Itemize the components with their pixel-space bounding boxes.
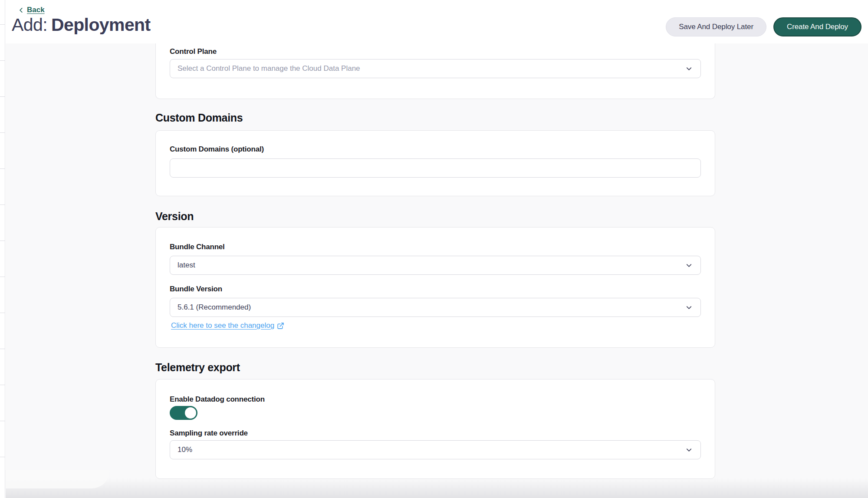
- control-plane-card: Control Plane Select a Control Plane to …: [155, 43, 715, 99]
- chevron-down-icon: [685, 303, 693, 312]
- changelog-link[interactable]: Click here to see the changelog: [171, 321, 284, 330]
- custom-domains-label: Custom Domains (optional): [170, 145, 701, 154]
- control-plane-label: Control Plane: [170, 47, 701, 56]
- form-content-area: Control Plane Select a Control Plane to …: [6, 43, 868, 498]
- control-plane-select[interactable]: Select a Control Plane to manage the Clo…: [170, 59, 701, 78]
- sampling-rate-value: 10%: [178, 445, 192, 454]
- bundle-version-select[interactable]: 5.6.1 (Recommended): [170, 298, 701, 317]
- chevron-left-icon: [18, 7, 24, 13]
- chevron-down-icon: [685, 65, 693, 73]
- chevron-down-icon: [685, 261, 693, 270]
- page-header: Back Add:Deployment Save And Deploy Late…: [6, 0, 868, 43]
- custom-domains-section-heading: Custom Domains: [155, 111, 715, 124]
- custom-domains-card: Custom Domains (optional): [155, 130, 715, 196]
- back-link[interactable]: Back: [18, 6, 45, 14]
- bundle-channel-select[interactable]: latest: [170, 256, 701, 275]
- enable-datadog-toggle[interactable]: [170, 406, 197, 420]
- add-deployment-page: Back Add:Deployment Save And Deploy Late…: [0, 0, 868, 498]
- collapsed-sidebar-strip: [0, 0, 5, 498]
- bottom-scroll-shadow: [6, 478, 868, 498]
- sampling-rate-select[interactable]: 10%: [170, 440, 701, 459]
- page-title: Add:Deployment: [12, 15, 151, 35]
- custom-domains-input[interactable]: [170, 158, 701, 178]
- telemetry-section-heading: Telemetry export: [155, 361, 715, 374]
- back-link-label: Back: [27, 6, 45, 14]
- version-section-heading: Version: [155, 210, 715, 223]
- external-link-icon: [277, 322, 284, 330]
- telemetry-card: Enable Datadog connection Sampling rate …: [155, 379, 715, 479]
- bundle-channel-label: Bundle Channel: [170, 243, 701, 251]
- version-card: Bundle Channel latest Bundle Version 5.6…: [155, 227, 715, 348]
- save-and-deploy-later-button[interactable]: Save And Deploy Later: [666, 17, 766, 36]
- bundle-channel-value: latest: [178, 261, 195, 270]
- bundle-version-value: 5.6.1 (Recommended): [178, 303, 251, 312]
- sampling-rate-label: Sampling rate override: [170, 429, 701, 438]
- toggle-knob: [185, 407, 196, 419]
- page-title-object: Deployment: [51, 15, 151, 35]
- form-column: Control Plane Select a Control Plane to …: [155, 43, 715, 479]
- chevron-down-icon: [685, 446, 693, 454]
- bundle-version-label: Bundle Version: [170, 285, 701, 294]
- header-actions: Save And Deploy Later Create And Deploy: [666, 17, 861, 36]
- create-and-deploy-button[interactable]: Create And Deploy: [773, 17, 861, 36]
- control-plane-placeholder: Select a Control Plane to manage the Clo…: [178, 64, 360, 73]
- enable-datadog-label: Enable Datadog connection: [170, 395, 701, 404]
- changelog-link-label: Click here to see the changelog: [171, 321, 274, 330]
- page-title-prefix: Add:: [12, 15, 47, 35]
